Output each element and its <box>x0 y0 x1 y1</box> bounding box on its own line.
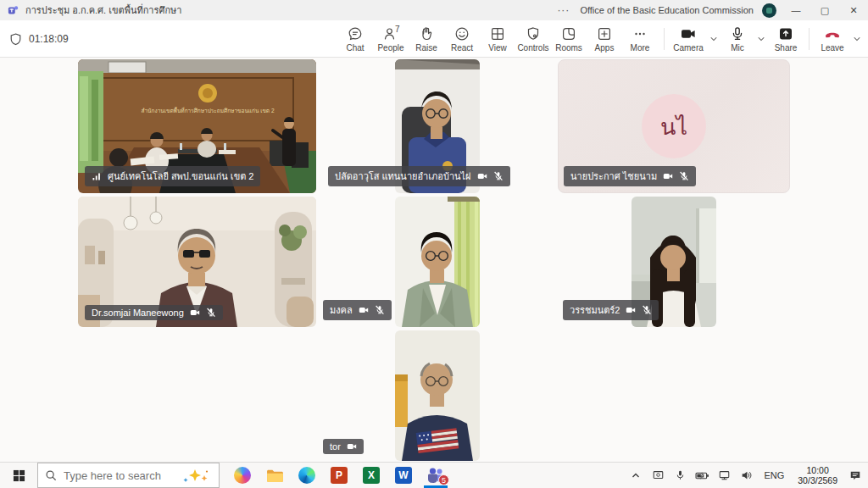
shield-gear-icon <box>525 25 542 42</box>
react-button[interactable]: React <box>444 20 480 58</box>
leave-button[interactable]: Leave <box>814 20 851 58</box>
account-name: Office of the Basic Education Commission <box>580 5 754 15</box>
hidden-icons-chevron[interactable] <box>626 463 645 488</box>
hang-up-icon <box>823 25 842 42</box>
mic-button[interactable]: Mic <box>720 20 755 58</box>
titlebar-overflow-icon[interactable]: ··· <box>555 4 571 16</box>
leave-options-chevron[interactable] <box>851 20 863 58</box>
smiley-icon <box>453 25 470 42</box>
tray-battery-icon[interactable] <box>693 463 711 488</box>
people-button[interactable]: 7 People <box>373 20 409 58</box>
powerpoint-icon: P <box>331 467 348 484</box>
people-count-badge: 7 <box>395 25 400 34</box>
tile-dr-somjai[interactable]: Dr.somjai Maneewong <box>78 197 316 327</box>
camera-status-icon <box>477 171 487 181</box>
tile-wanchamon[interactable]: วรรชมนตร์2 <box>558 197 790 327</box>
mic-muted-icon <box>493 171 504 181</box>
meeting-timer: 01:18:09 <box>8 20 69 58</box>
clock-time: 10:00 <box>798 465 837 475</box>
search-icon <box>45 469 57 481</box>
taskbar-powerpoint[interactable]: P <box>323 463 355 488</box>
taskbar-search[interactable] <box>37 463 220 488</box>
start-button[interactable] <box>0 463 37 488</box>
more-button[interactable]: More <box>622 20 658 58</box>
camera-options-chevron[interactable] <box>708 20 720 58</box>
toolbar-center-group: Chat 7 People Raise React <box>337 20 658 58</box>
raise-hand-button[interactable]: Raise <box>409 20 444 58</box>
participant-label-wanchamon: วรรชมนตร์2 <box>563 300 659 320</box>
taskbar-apps: P X W 5 <box>226 463 452 488</box>
minimize-button[interactable]: — <box>782 0 810 20</box>
maximize-button[interactable]: ▢ <box>810 0 839 20</box>
taskbar-teams[interactable]: 5 <box>420 463 452 488</box>
excel-icon: X <box>363 467 380 484</box>
tile-prakat-chaiyanam[interactable]: นไ นายประกาศ ไชยนาม <box>558 59 790 193</box>
teams-app-icon <box>8 4 19 16</box>
tray-mic-icon[interactable] <box>670 463 689 488</box>
action-center-icon <box>849 469 862 481</box>
portrait-scene-flag-shirt <box>395 330 480 461</box>
mic-muted-icon <box>642 305 652 315</box>
tray-volume-icon[interactable] <box>737 463 755 488</box>
view-button[interactable]: View <box>480 20 515 58</box>
video-feed-tor <box>395 330 480 461</box>
copilot-icon <box>234 467 251 484</box>
tile-tor[interactable]: tor <box>318 330 556 461</box>
chevron-down-icon <box>709 34 719 44</box>
taskbar-file-explorer[interactable] <box>259 463 291 488</box>
rooms-icon <box>560 25 577 42</box>
taskbar-copilot[interactable] <box>226 463 259 488</box>
mic-muted-icon <box>206 308 216 318</box>
share-button[interactable]: Share <box>767 20 804 58</box>
meeting-toolbar: 01:18:09 Chat 7 People Raise <box>0 20 868 58</box>
taskbar-word[interactable]: W <box>387 463 420 488</box>
participant-label-dr-somjai: Dr.somjai Maneewong <box>85 305 223 320</box>
action-center-button[interactable] <box>846 463 865 488</box>
participant-label-palad-awuso: ปลัดอาวุโส แทนนายอำเภอบ้านไผ่ <box>328 166 510 186</box>
portrait-scene-green-suit <box>395 197 480 327</box>
chat-button[interactable]: Chat <box>337 20 373 58</box>
apps-plus-icon <box>596 25 613 42</box>
close-button[interactable]: ✕ <box>839 0 868 20</box>
taskbar-clock[interactable]: 10:00 30/3/2569 <box>793 465 843 485</box>
tile-palad-awuso[interactable]: ปลัดอาวุโส แทนนายอำเภอบ้านไผ่ <box>318 59 556 193</box>
ellipsis-icon <box>632 25 648 42</box>
chevron-down-icon <box>756 34 766 44</box>
camera-icon <box>680 25 697 42</box>
rooms-button[interactable]: Rooms <box>551 20 587 58</box>
language-indicator[interactable]: ENG <box>759 470 789 480</box>
ethernet-icon <box>718 469 731 481</box>
room-wall-sign-text: สำนักงานเขตพื้นที่การศึกษาประถมศึกษาขอนแ… <box>141 107 274 114</box>
chevron-up-icon <box>631 470 641 480</box>
word-icon: W <box>395 467 412 484</box>
toolbar-separator <box>664 28 665 50</box>
window-title: การประชุม อ.ก.ค.ศ. เขตพื้นที่การศึกษา <box>25 3 181 18</box>
folder-icon <box>266 469 284 483</box>
mic-muted-icon <box>679 171 689 181</box>
search-highlights-sparkle-icon <box>181 468 210 485</box>
participant-label-conference-room: ศูนย์เทคโนโลยี สพป.ขอนแก่น เขต 2 <box>85 166 260 186</box>
clock-date: 30/3/2569 <box>798 475 837 485</box>
camera-status-icon <box>359 305 369 315</box>
tray-network-icon[interactable] <box>715 463 733 488</box>
share-screen-icon <box>777 25 794 42</box>
camera-button[interactable]: Camera <box>669 20 708 58</box>
controls-button[interactable]: Controls <box>515 20 551 58</box>
tile-mongkol[interactable]: มงคล <box>318 197 556 327</box>
mic-options-chevron[interactable] <box>755 20 767 58</box>
tile-conference-room[interactable]: สำนักงานเขตพื้นที่การศึกษาประถมศึกษาขอนแ… <box>78 59 316 193</box>
participant-label-tor: tor <box>323 439 364 454</box>
toolbar-separator <box>809 28 810 50</box>
tray-display-icon[interactable] <box>648 463 667 488</box>
camera-status-icon <box>663 171 673 181</box>
apps-button[interactable]: Apps <box>587 20 622 58</box>
taskbar-excel[interactable]: X <box>355 463 387 488</box>
edge-icon <box>298 467 315 484</box>
raise-hand-icon <box>418 25 435 42</box>
microphone-icon <box>675 469 686 481</box>
mic-icon <box>729 25 746 42</box>
camera-status-icon <box>190 308 200 318</box>
grid-view-icon <box>489 25 506 42</box>
taskbar-edge[interactable] <box>291 463 323 488</box>
account-avatar[interactable] <box>762 3 776 18</box>
